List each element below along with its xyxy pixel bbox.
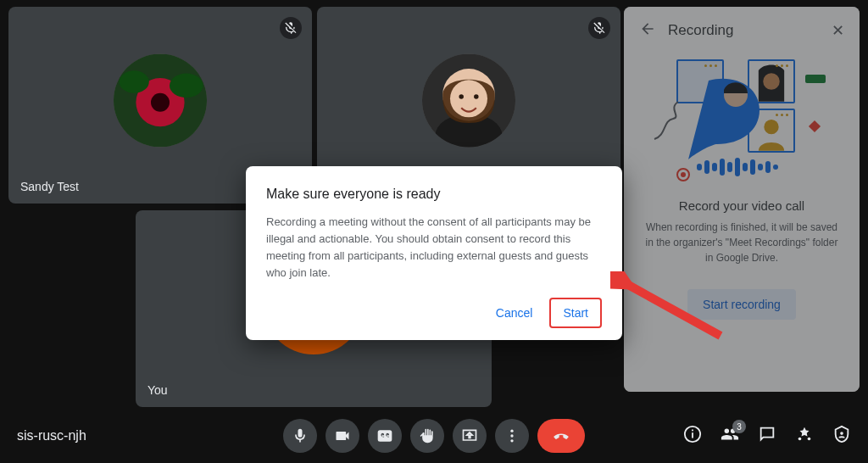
- svg-rect-20: [692, 430, 693, 432]
- back-icon[interactable]: [639, 20, 656, 41]
- host-controls-button[interactable]: [832, 425, 851, 447]
- close-icon[interactable]: ✕: [832, 21, 844, 40]
- svg-point-22: [808, 438, 811, 441]
- people-button[interactable]: 3: [721, 425, 739, 447]
- start-button[interactable]: Start: [549, 298, 602, 328]
- panel-title: Recording: [668, 22, 820, 39]
- start-recording-button[interactable]: Start recording: [687, 289, 796, 320]
- dialog-body: Recording a meeting without the consent …: [266, 214, 602, 282]
- captions-button[interactable]: [368, 419, 402, 453]
- present-button[interactable]: [453, 419, 487, 453]
- svg-point-2: [151, 93, 170, 112]
- svg-point-17: [510, 439, 513, 442]
- camera-button[interactable]: [326, 419, 359, 453]
- svg-point-4: [170, 74, 203, 98]
- consent-dialog: Make sure everyone is ready Recording a …: [246, 166, 622, 340]
- panel-heading: Record your video call: [639, 198, 844, 213]
- mic-muted-icon: [588, 17, 610, 39]
- self-label: You: [147, 383, 168, 397]
- participant-name: Sandy Test: [20, 180, 79, 193]
- svg-point-9: [459, 94, 464, 99]
- mic-muted-icon: [280, 17, 302, 39]
- chat-button[interactable]: [758, 425, 776, 447]
- svg-point-15: [510, 430, 513, 432]
- raise-hand-button[interactable]: [410, 419, 444, 453]
- meeting-details-button[interactable]: [683, 425, 702, 447]
- recording-panel: Recording ✕ Record your video call When …: [624, 7, 860, 392]
- dialog-title: Make sure everyone is ready: [266, 187, 602, 202]
- bottom-bar: sis-rusc-njh 3: [0, 409, 868, 463]
- svg-point-10: [474, 94, 479, 99]
- recording-illustration: [653, 59, 831, 187]
- svg-point-3: [120, 70, 149, 92]
- svg-point-16: [510, 434, 513, 437]
- meeting-code: sis-rusc-njh: [17, 428, 86, 443]
- participant-count-badge: 3: [732, 420, 746, 433]
- activities-button[interactable]: [795, 425, 814, 447]
- avatar: [422, 54, 515, 148]
- mic-button[interactable]: [283, 419, 317, 453]
- svg-rect-19: [692, 432, 693, 438]
- avatar: [114, 54, 207, 148]
- cancel-button[interactable]: Cancel: [484, 298, 545, 328]
- svg-point-23: [840, 432, 843, 435]
- svg-point-21: [798, 438, 802, 441]
- more-options-button[interactable]: [495, 419, 529, 453]
- leave-call-button[interactable]: [537, 419, 585, 453]
- panel-description: When recording is finished, it will be s…: [639, 220, 844, 265]
